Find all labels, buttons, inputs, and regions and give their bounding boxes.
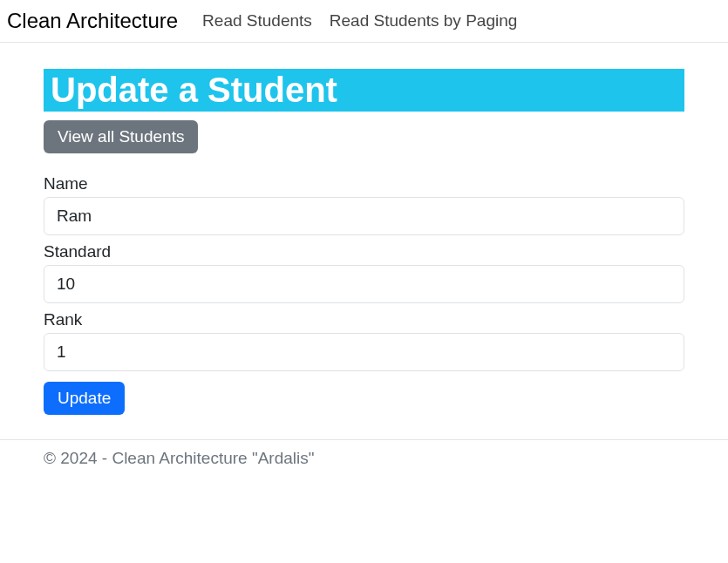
form-group-rank: Rank	[44, 310, 684, 371]
page-title: Update a Student	[44, 69, 684, 112]
form-group-standard: Standard	[44, 242, 684, 303]
footer: © 2024 - Clean Architecture "Ardalis"	[0, 439, 728, 477]
rank-field[interactable]	[44, 333, 684, 371]
main-container: Update a Student View all Students Name …	[0, 43, 728, 424]
nav-link-read-students[interactable]: Read Students	[202, 11, 312, 31]
rank-label: Rank	[44, 310, 684, 329]
navbar-brand[interactable]: Clean Architecture	[7, 9, 178, 33]
nav-link-read-students-paging[interactable]: Read Students by Paging	[330, 11, 518, 31]
name-field[interactable]	[44, 197, 684, 235]
standard-field[interactable]	[44, 265, 684, 303]
update-button[interactable]: Update	[44, 382, 125, 415]
view-all-students-button[interactable]: View all Students	[44, 120, 198, 153]
footer-text: © 2024 - Clean Architecture "Ardalis"	[44, 449, 315, 467]
name-label: Name	[44, 174, 684, 193]
standard-label: Standard	[44, 242, 684, 261]
navbar: Clean Architecture Read Students Read St…	[0, 0, 728, 43]
form-group-name: Name	[44, 174, 684, 235]
